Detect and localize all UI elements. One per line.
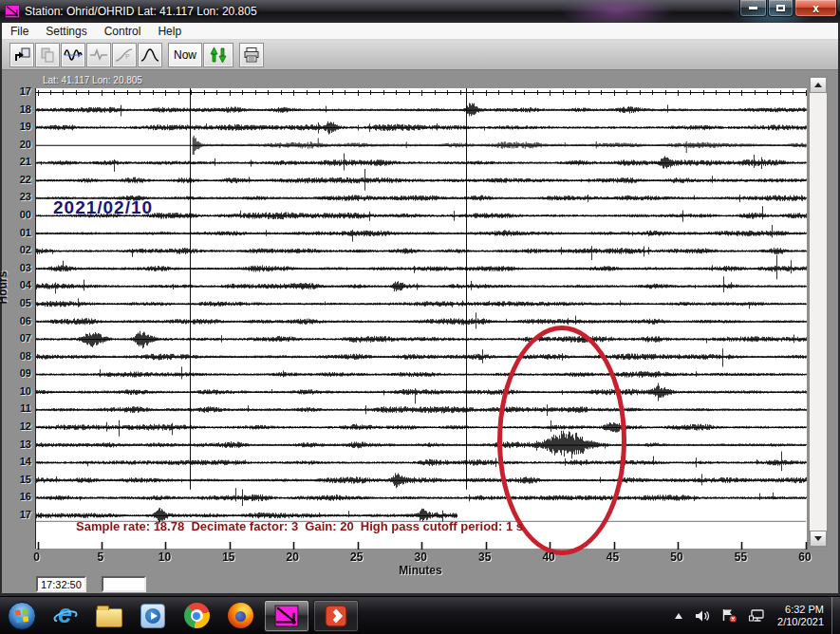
hour-label-17-10: 10: [0, 385, 31, 397]
triangle-up-icon: [814, 83, 822, 87]
helicorder-canvas[interactable]: [36, 88, 808, 550]
minutes-axis-label: Minutes: [399, 564, 441, 577]
taskbar-firefox[interactable]: [218, 597, 262, 634]
clock-date: 2/10/2021: [777, 616, 824, 628]
hour-label-22-15: 15: [0, 474, 31, 485]
menu-settings[interactable]: Settings: [37, 24, 95, 39]
show-desktop-button[interactable]: [831, 597, 840, 634]
minute-label-25: 25: [350, 550, 363, 564]
scroll-updown-button[interactable]: [203, 43, 233, 67]
minute-label-35: 35: [478, 550, 491, 564]
hour-label-24-17: 17: [0, 509, 31, 520]
hour-label-3-20: 20: [0, 139, 31, 150]
print-button[interactable]: [239, 43, 264, 67]
hour-label-20-13: 13: [0, 438, 31, 450]
hour-label-2-19: 19: [0, 121, 31, 132]
app-icon: [5, 4, 20, 19]
speaker-icon: [695, 609, 710, 623]
now-button[interactable]: Now: [168, 43, 202, 67]
vertical-scrollbar[interactable]: [809, 76, 828, 548]
scroll-up-icon: [211, 47, 217, 62]
open-data-button[interactable]: [9, 43, 34, 67]
spectrum-bell-icon: [140, 47, 159, 64]
svg-text:P: P: [125, 53, 130, 60]
helicorder-plot: 2021/02/10 Sample rate: 18.78 Decimate f…: [35, 88, 807, 549]
windows-start-icon: [8, 602, 36, 630]
extract-trace-icon: [89, 47, 108, 64]
menu-control[interactable]: Control: [96, 24, 150, 39]
scrollbar-down-button[interactable]: [810, 531, 827, 547]
minute-label-15: 15: [222, 550, 234, 564]
network-button[interactable]: [749, 608, 766, 623]
copy-icon: [39, 47, 56, 64]
hour-label-16-09: 09: [0, 367, 31, 379]
minute-label-45: 45: [607, 550, 619, 564]
red-diamond-app-icon: [324, 604, 348, 628]
volume-button[interactable]: [695, 609, 710, 623]
action-center-button[interactable]: [721, 608, 737, 623]
taskbar-clock[interactable]: 6:32 PM 2/10/2021: [777, 604, 824, 628]
menu-help[interactable]: Help: [149, 24, 190, 39]
hour-label-9-02: 02: [0, 244, 31, 255]
hidden-icons-button[interactable]: [674, 612, 683, 620]
minute-label-50: 50: [670, 550, 682, 564]
triangle-down-icon: [814, 536, 822, 541]
waveform-icon: [64, 47, 83, 64]
minute-label-0: 0: [33, 550, 40, 564]
hours-axis: 1718192021222300010203040506070809101112…: [0, 88, 34, 549]
close-button[interactable]: x: [794, 0, 837, 17]
folder-icon: [96, 608, 122, 627]
copy-button-disabled: [35, 43, 60, 67]
plot-footer-settings: Sample rate: 18.78 Decimate factor: 3 Ga…: [76, 519, 523, 533]
minimize-button[interactable]: [739, 0, 767, 17]
clock-time: 6:32 PM: [777, 604, 824, 616]
desktop-screen: Station: Ohrid/OHRID Lat: 41.117 Lon: 20…: [0, 0, 840, 634]
taskbar-media-player[interactable]: [131, 597, 175, 634]
spectrum-button[interactable]: [138, 43, 162, 67]
hidden-icons-arrow-icon: [674, 612, 683, 620]
minute-label-60: 60: [798, 550, 811, 564]
taskbar: e: [0, 596, 840, 634]
aero-glass-highlight: [560, 0, 674, 23]
window-title: Station: Ohrid/OHRID Lat: 41.117 Lon: 20…: [25, 5, 257, 18]
start-button[interactable]: [0, 597, 44, 634]
hour-label-4-21: 21: [0, 156, 31, 167]
close-icon: x: [812, 3, 819, 14]
scrollbar-up-button[interactable]: [810, 77, 827, 93]
minute-label-30: 30: [415, 550, 427, 564]
waveform-view-button[interactable]: [61, 43, 85, 67]
hour-label-18-11: 11: [0, 402, 31, 414]
action-center-flag-icon: [721, 608, 737, 623]
hour-label-8-01: 01: [0, 227, 31, 238]
current-time-field[interactable]: 17:32:50: [36, 576, 86, 592]
aux-input-field[interactable]: [102, 576, 146, 592]
taskbar-red-diamond-app[interactable]: [313, 600, 359, 632]
hour-label-5-22: 22: [0, 174, 31, 185]
taskbar-chrome[interactable]: [175, 597, 218, 634]
media-player-icon: [140, 604, 165, 628]
amaseis-app-icon: [274, 604, 299, 628]
minimize-icon: [749, 7, 757, 9]
minute-label-10: 10: [159, 550, 171, 564]
taskbar-windows-explorer[interactable]: [87, 597, 131, 634]
extract-trace-button-disabled: [86, 43, 111, 67]
hour-label-6-23: 23: [0, 191, 31, 202]
minute-label-5: 5: [98, 550, 104, 564]
hour-label-0-17: 17: [0, 85, 31, 97]
minute-label-40: 40: [542, 550, 554, 564]
hour-label-19-12: 12: [0, 420, 31, 432]
minute-label-55: 55: [735, 550, 747, 564]
maximize-button[interactable]: [768, 0, 793, 17]
hour-label-7-00: 00: [0, 209, 31, 220]
internet-explorer-icon: e: [52, 603, 79, 629]
titlebar[interactable]: Station: Ohrid/OHRID Lat: 41.117 Lon: 20…: [0, 0, 840, 23]
plot-latlon-header: Lat: 41.117 Lon: 20.805: [43, 75, 142, 85]
firefox-icon: [228, 603, 253, 628]
filter-icon: P: [115, 47, 134, 64]
taskbar-internet-explorer[interactable]: e: [44, 597, 87, 634]
hours-axis-label: Hours: [0, 271, 9, 305]
taskbar-amaseis-active[interactable]: [264, 600, 309, 632]
menu-file[interactable]: File: [2, 24, 37, 39]
filter-button-disabled: P: [112, 43, 137, 67]
hour-label-21-14: 14: [0, 456, 31, 467]
